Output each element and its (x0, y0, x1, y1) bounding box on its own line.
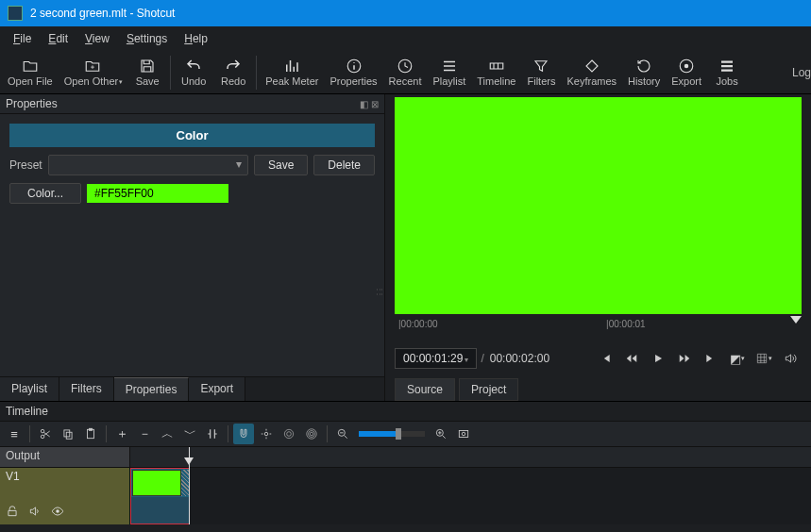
track-v1-lane[interactable] (130, 468, 811, 524)
tab-export[interactable]: Export (189, 377, 245, 401)
track-hide-icon[interactable] (51, 505, 64, 521)
menubar: File Edit View Settings Help (0, 26, 811, 51)
open-file-button[interactable]: Open File (2, 56, 59, 89)
scrub-button[interactable] (256, 424, 277, 444)
save-button[interactable]: Save (127, 56, 167, 89)
lift-button[interactable]: ︿ (157, 424, 177, 444)
tab-playlist[interactable]: Playlist (0, 377, 59, 401)
append-button[interactable]: ＋ (111, 424, 132, 444)
jobs-button[interactable]: Jobs (707, 56, 747, 89)
properties-button[interactable]: Properties (324, 56, 382, 89)
svg-rect-18 (459, 431, 467, 438)
recent-button[interactable]: Recent (383, 56, 428, 89)
tab-project[interactable]: Project (459, 378, 518, 401)
preset-save-button[interactable]: Save (254, 155, 308, 175)
tab-properties[interactable]: Properties (114, 377, 190, 401)
zoom-out-button[interactable] (332, 424, 353, 444)
menu-view[interactable]: View (77, 29, 117, 48)
svg-rect-6 (64, 430, 70, 437)
svg-point-10 (264, 432, 268, 436)
panel-close-icon[interactable]: ⊠ (371, 99, 379, 109)
play-button[interactable] (647, 348, 669, 369)
track-v1-header[interactable]: V1 (0, 468, 129, 524)
clip-green-color[interactable] (130, 468, 190, 524)
history-button[interactable]: History (622, 56, 666, 89)
timeline-panel: Timeline ≡ ＋ － ︿ ﹀ Output V1 (0, 401, 811, 528)
svg-point-20 (56, 509, 59, 513)
menu-help[interactable]: Help (177, 29, 215, 48)
preview-viewport[interactable] (395, 97, 802, 314)
remove-button[interactable]: － (134, 424, 155, 444)
ripple-button[interactable] (279, 424, 299, 444)
preview-playhead-icon[interactable] (790, 316, 802, 342)
duration-label: 00:00:02:00 (490, 352, 549, 365)
clip-edge-icon (181, 470, 189, 496)
split-button[interactable] (202, 424, 223, 444)
svg-rect-9 (89, 428, 93, 430)
export-button[interactable]: Export (666, 56, 707, 89)
tab-filters[interactable]: Filters (59, 377, 114, 401)
undo-button[interactable]: Undo (174, 56, 213, 89)
preview-content (395, 97, 802, 314)
svg-point-14 (309, 431, 315, 438)
paste-button[interactable] (80, 424, 101, 444)
svg-point-11 (287, 432, 292, 437)
color-value-field[interactable]: #FF55FF00 (87, 184, 228, 203)
timeline-menu-button[interactable]: ≡ (4, 424, 25, 444)
track-mute-icon[interactable] (28, 505, 42, 521)
grid-button[interactable]: ▾ (752, 348, 775, 369)
color-picker-button[interactable]: Color... (9, 183, 81, 204)
copy-button[interactable] (58, 424, 78, 444)
timeline-header: Timeline (0, 402, 811, 421)
peak-meter-button[interactable]: Peak Meter (260, 56, 324, 89)
playlist-button[interactable]: Playlist (427, 56, 471, 89)
panel-resize-handle[interactable]: ⋮⋮ (376, 286, 384, 295)
preset-dropdown[interactable] (48, 155, 248, 175)
snap-button[interactable] (233, 424, 254, 444)
overwrite-button[interactable]: ﹀ (179, 424, 200, 444)
timeline-playhead[interactable] (189, 447, 190, 524)
timeline-ruler[interactable] (130, 447, 811, 468)
zoom-mode-button[interactable]: ◩▾ (726, 348, 749, 369)
cut-button[interactable] (35, 424, 56, 444)
rewind-button[interactable] (620, 348, 643, 369)
duration-separator: / (481, 352, 483, 365)
timeline-tracks[interactable] (130, 447, 811, 524)
skip-prev-button[interactable] (594, 348, 617, 369)
menu-settings[interactable]: Settings (119, 29, 175, 48)
tab-source[interactable]: Source (395, 378, 455, 401)
ripple-all-button[interactable] (301, 424, 322, 444)
filters-button[interactable]: Filters (521, 56, 561, 89)
preview-panel: |00:00:00 |00:00:01 00:00:01:29▾ / 00:00… (385, 94, 811, 401)
svg-rect-7 (66, 432, 72, 439)
properties-panel: Properties ◧ ⊠ Color Preset Save Delete … (0, 94, 385, 401)
log-button-cutoff[interactable]: Log (792, 66, 811, 79)
transport-bar: 00:00:01:29▾ / 00:00:02:00 ◩▾ ▾ (395, 344, 802, 373)
timecode-field[interactable]: 00:00:01:29▾ (395, 348, 477, 369)
dropdown-arrow-icon: ▾ (119, 78, 123, 85)
keyframes-button[interactable]: Keyframes (561, 56, 622, 89)
properties-header: Properties ◧ ⊠ (0, 94, 384, 114)
clip-waveform (131, 497, 189, 524)
open-other-button[interactable]: Open Other▾ (59, 56, 127, 89)
redo-button[interactable]: Redo (213, 56, 253, 89)
toolbar-separator (170, 56, 171, 90)
zoom-slider[interactable] (359, 431, 425, 437)
skip-next-button[interactable] (700, 348, 722, 369)
preset-delete-button[interactable]: Delete (313, 155, 375, 175)
svg-point-12 (284, 429, 293, 438)
panel-float-icon[interactable]: ◧ (360, 99, 368, 109)
volume-button[interactable] (779, 348, 802, 369)
timeline-button[interactable]: Timeline (471, 56, 521, 89)
track-lock-icon[interactable] (6, 505, 19, 521)
fast-forward-button[interactable] (673, 348, 696, 369)
zoom-in-button[interactable] (431, 424, 451, 444)
properties-panel-tabs: Playlist Filters Properties Export (0, 376, 384, 401)
titlebar: 2 second green.mlt - Shotcut (0, 0, 811, 26)
window-title: 2 second green.mlt - Shotcut (30, 7, 175, 20)
zoom-fit-button[interactable] (453, 424, 474, 444)
menu-edit[interactable]: Edit (41, 29, 76, 48)
menu-file[interactable]: File (6, 29, 39, 48)
output-track-header[interactable]: Output (0, 447, 129, 468)
preview-ruler[interactable]: |00:00:00 |00:00:01 (395, 316, 802, 342)
